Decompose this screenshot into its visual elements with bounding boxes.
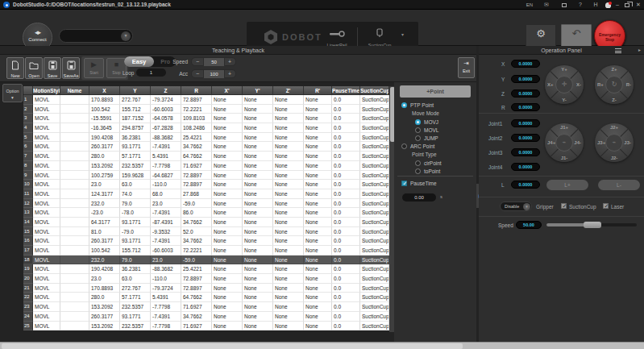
jog-x-plus-button[interactable]: X+ bbox=[547, 82, 554, 87]
jog-j1-minus-button[interactable]: J1- bbox=[561, 156, 568, 160]
table-row[interactable]: 12MOVL232.079.023.0-59.0NoneNoneNoneNone… bbox=[23, 199, 389, 209]
jog-pad-j2-j3[interactable]: J2+ J3+ J3- J2- ⌁ bbox=[595, 123, 634, 162]
table-row[interactable]: 20MOVL23.063.0-110.072.8897NoneNoneNoneN… bbox=[23, 274, 389, 284]
horizontal-scrollbar[interactable] bbox=[0, 342, 644, 349]
table-row[interactable]: 15MOVL81.0-79.0-9.353252.0NoneNoneNoneNo… bbox=[23, 227, 389, 237]
open-button[interactable]: Open bbox=[25, 57, 43, 79]
minimize-button[interactable]: – bbox=[613, 0, 622, 10]
table-row[interactable]: 19MOVL190.420836.2381-88.368225.4221None… bbox=[23, 264, 389, 274]
scrollbar-thumb[interactable] bbox=[2, 343, 463, 349]
table-row[interactable]: 14MOVL64.317793.1771-87.439134.7662NoneN… bbox=[23, 218, 389, 227]
acc-plus-button[interactable]: + bbox=[224, 70, 235, 78]
restore-button[interactable] bbox=[622, 0, 632, 10]
gripper-mode-select[interactable]: Disable ▾ bbox=[500, 202, 532, 211]
chevron-down-icon[interactable]: ▾ bbox=[401, 31, 404, 37]
speed-plus-button[interactable]: + bbox=[224, 58, 235, 66]
jog-y-minus-button[interactable]: Y- bbox=[562, 98, 567, 102]
start-button[interactable]: ▶ Start bbox=[84, 58, 104, 78]
movj-radio[interactable]: MOVJ bbox=[415, 118, 438, 126]
topoint-radio[interactable]: toPoint bbox=[415, 168, 440, 175]
column-header[interactable]: X bbox=[89, 86, 120, 95]
feedback-icon[interactable] bbox=[603, 0, 613, 10]
table-row[interactable]: 9MOVL100.2759159.9628-64.682772.8897None… bbox=[23, 171, 389, 181]
table-row[interactable]: 7MOVL280.057.17715.439164.7662NoneNoneNo… bbox=[23, 152, 389, 161]
linear-rail-toggle[interactable]: LinearRail bbox=[319, 27, 355, 48]
l-minus-button[interactable]: L- bbox=[598, 180, 640, 190]
column-header[interactable]: Z bbox=[151, 86, 181, 95]
table-row[interactable]: 18MOVL232.079.023.0-59.0NoneNoneNoneNone… bbox=[23, 256, 389, 265]
option-button[interactable]: Option▾ bbox=[2, 84, 23, 102]
column-header[interactable]: Y' bbox=[243, 86, 273, 95]
new-button[interactable]: New bbox=[6, 57, 24, 79]
panel-menu-icon[interactable] bbox=[615, 48, 621, 53]
jog-j4-plus-button[interactable]: J4+ bbox=[547, 140, 555, 145]
easy-mode-segment[interactable]: Easy bbox=[124, 56, 154, 67]
add-point-button[interactable]: +Point bbox=[400, 85, 471, 98]
laser-checkbox[interactable] bbox=[603, 203, 609, 209]
jog-j2-minus-button[interactable]: J2- bbox=[611, 156, 618, 160]
table-row[interactable]: 21MOVL170.8893272.767-79.372472.8897None… bbox=[23, 284, 389, 293]
port-select[interactable]: ▾ bbox=[59, 29, 133, 43]
jog-pad-j1-j4[interactable]: J1+ J4+ J4- J1- ⌁ bbox=[545, 123, 584, 162]
window-icon[interactable] bbox=[559, 0, 569, 10]
table-row[interactable]: 13MOVL-23.0-78.0-7.439186.0NoneNoneNoneN… bbox=[23, 208, 389, 218]
jog-pad-xy[interactable]: Y+ X+ X- Y- ✛ bbox=[545, 65, 584, 104]
jog-z-plus-button[interactable]: Z+ bbox=[611, 67, 617, 72]
jog-x-minus-button[interactable]: X- bbox=[576, 82, 581, 87]
table-row[interactable]: 1MOVL170.8893272.767-79.372472.8897NoneN… bbox=[23, 95, 389, 105]
arc-point-radio[interactable]: ARC Point bbox=[401, 143, 434, 150]
column-header[interactable]: PauseTime bbox=[332, 86, 360, 95]
loop-input[interactable]: 1 bbox=[136, 69, 166, 77]
table-row[interactable]: 11MOVL124.317774.068.027.868NoneNoneNone… bbox=[23, 189, 389, 199]
close-button[interactable]: ✕ bbox=[634, 0, 643, 10]
pause-time-checkbox[interactable]: PauseTime bbox=[401, 180, 437, 187]
column-header[interactable]: R bbox=[181, 86, 212, 95]
jog-j4-minus-button[interactable]: J4- bbox=[574, 140, 581, 145]
table-row[interactable]: 5MOVL190.420836.2381-88.368225.4221NoneN… bbox=[23, 133, 389, 143]
jog-j1-plus-button[interactable]: J1+ bbox=[560, 125, 568, 130]
jog-pad-zr[interactable]: Z+ R+ R- Z- ↻ bbox=[595, 65, 634, 104]
column-header[interactable]: R' bbox=[304, 86, 332, 95]
table-row[interactable]: 24MOVL260.317793.1771-7.439134.7662NoneN… bbox=[23, 312, 389, 322]
table-row[interactable]: 17MOVL100.542155.712-60.600372.2221NoneN… bbox=[23, 246, 389, 256]
jog-r-plus-button[interactable]: R+ bbox=[597, 82, 604, 87]
movl-radio[interactable]: MOVL bbox=[415, 127, 438, 134]
suction-cup-toggle[interactable]: SuctionCup bbox=[362, 27, 397, 48]
slider-thumb[interactable] bbox=[584, 222, 601, 228]
pause-time-input[interactable]: 0.00 bbox=[402, 193, 436, 202]
jog-z-minus-button[interactable]: Z- bbox=[612, 98, 617, 102]
table-row[interactable]: 6MOVL260.317793.1771-7.439134.7662NoneNo… bbox=[23, 142, 389, 152]
column-header[interactable]: Name bbox=[60, 86, 89, 95]
column-header[interactable]: MotionStyle bbox=[33, 86, 60, 95]
column-header[interactable]: Z' bbox=[273, 86, 304, 95]
h-button[interactable]: H bbox=[591, 0, 600, 10]
jump-radio[interactable]: JUMP bbox=[415, 135, 438, 142]
save-button[interactable]: Save bbox=[44, 57, 61, 79]
table-row[interactable]: 8MOVL153.2092232.5357-7.779871.6927NoneN… bbox=[23, 161, 389, 171]
jog-y-plus-button[interactable]: Y+ bbox=[561, 67, 567, 72]
save-as-button[interactable]: SaveAs bbox=[62, 57, 80, 79]
jog-j3-plus-button[interactable]: J3+ bbox=[597, 140, 605, 145]
column-header[interactable]: Y bbox=[120, 86, 151, 95]
exit-button[interactable]: ⇥ Exit bbox=[458, 57, 475, 78]
language-button[interactable]: EN bbox=[524, 0, 535, 10]
jog-j3-minus-button[interactable]: J3- bbox=[624, 140, 631, 145]
mail-icon[interactable]: ✉ bbox=[542, 0, 551, 10]
suction-cup-checkbox[interactable] bbox=[561, 203, 567, 209]
help-icon[interactable]: ? bbox=[575, 0, 585, 10]
jog-j2-plus-button[interactable]: J2+ bbox=[610, 125, 618, 130]
column-header[interactable] bbox=[23, 86, 33, 95]
table-row[interactable]: 22MOVL280.057.17715.439164.7662NoneNoneN… bbox=[23, 293, 389, 302]
column-header[interactable]: X' bbox=[212, 86, 243, 95]
table-row[interactable]: 2MOVL100.542155.712-60.600372.2221NoneNo… bbox=[23, 105, 389, 114]
table-row[interactable]: 10MOVL23.063.0-110.072.8897NoneNoneNoneN… bbox=[23, 180, 389, 189]
table-row[interactable]: 23MOVL153.2092232.5357-7.779871.6927None… bbox=[23, 302, 389, 312]
column-header[interactable]: SuctionCup bbox=[360, 86, 389, 95]
table-row[interactable]: 25MOVL153.2092232.5357-7.779871.6927None… bbox=[23, 322, 389, 331]
l-plus-button[interactable]: L+ bbox=[546, 180, 588, 190]
jog-r-minus-button[interactable]: R- bbox=[626, 82, 631, 87]
cirpoint-radio[interactable]: cirPoint bbox=[415, 160, 442, 167]
speed-slider[interactable] bbox=[546, 223, 637, 226]
speed-minus-button[interactable]: − bbox=[192, 58, 203, 66]
table-row[interactable]: 16MOVL260.317793.1771-7.439134.7662NoneN… bbox=[23, 236, 389, 246]
